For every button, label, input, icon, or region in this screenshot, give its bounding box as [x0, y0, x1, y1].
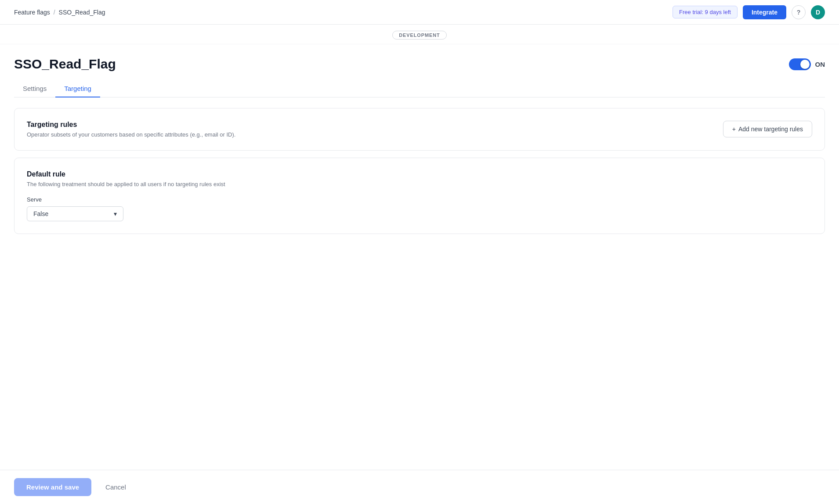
- serve-value: False: [33, 210, 48, 217]
- integrate-button[interactable]: Integrate: [743, 5, 786, 19]
- plus-icon: +: [732, 126, 736, 133]
- toggle-label: ON: [815, 61, 825, 68]
- default-rule-card: Default rule The following treatment sho…: [14, 158, 825, 234]
- header: Feature flags / SSO_Read_Flag Free trial…: [0, 0, 839, 25]
- breadcrumb-current: SSO_Read_Flag: [59, 9, 105, 16]
- footer: Review and save Cancel: [0, 470, 839, 504]
- toggle-wrapper: ON: [789, 58, 825, 70]
- free-trial-badge: Free trial: 9 days left: [673, 6, 738, 18]
- serve-label: Serve: [27, 196, 812, 203]
- targeting-rules-title: Targeting rules: [27, 121, 235, 129]
- chevron-down-icon: ▾: [114, 210, 117, 217]
- targeting-rules-info: Targeting rules Operator subsets of your…: [27, 121, 235, 138]
- cancel-button[interactable]: Cancel: [98, 478, 133, 496]
- add-targeting-rules-button[interactable]: + Add new targeting rules: [723, 121, 812, 137]
- tab-settings[interactable]: Settings: [14, 80, 55, 97]
- targeting-rules-description: Operator subsets of your customers based…: [27, 131, 235, 138]
- default-rule-title: Default rule: [27, 170, 812, 178]
- header-actions: Free trial: 9 days left Integrate ? D: [673, 5, 825, 19]
- main-content: SSO_Read_Flag ON Settings Targeting Targ…: [0, 44, 839, 470]
- tab-targeting[interactable]: Targeting: [55, 80, 100, 97]
- add-rule-button-label: Add new targeting rules: [738, 126, 803, 133]
- toggle-track: [789, 58, 811, 70]
- tabs: Settings Targeting: [14, 80, 825, 97]
- serve-select[interactable]: False ▾: [27, 206, 123, 221]
- flag-toggle[interactable]: [789, 58, 811, 70]
- avatar[interactable]: D: [811, 5, 825, 19]
- help-icon: ?: [797, 9, 801, 16]
- flag-title: SSO_Read_Flag: [14, 57, 116, 72]
- flag-header: SSO_Read_Flag ON: [14, 44, 825, 80]
- default-rule-description: The following treatment should be applie…: [27, 181, 812, 187]
- breadcrumb-root[interactable]: Feature flags: [14, 9, 50, 16]
- breadcrumb-separator: /: [54, 9, 55, 16]
- env-bar: DEVELOPMENT: [0, 25, 839, 44]
- toggle-thumb: [800, 60, 810, 69]
- targeting-rules-card-header: Targeting rules Operator subsets of your…: [27, 121, 812, 138]
- env-badge[interactable]: DEVELOPMENT: [392, 31, 446, 40]
- review-save-button[interactable]: Review and save: [14, 478, 91, 496]
- targeting-rules-card: Targeting rules Operator subsets of your…: [14, 108, 825, 151]
- breadcrumb: Feature flags / SSO_Read_Flag: [14, 9, 105, 16]
- help-icon-button[interactable]: ?: [792, 5, 806, 19]
